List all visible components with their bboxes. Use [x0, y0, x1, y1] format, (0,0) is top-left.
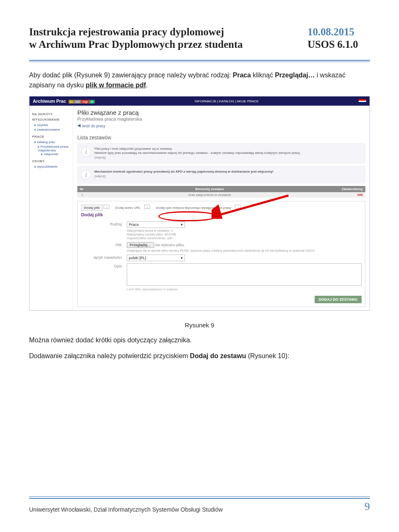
- page-subtitle: Przykładowa praca magisterska: [77, 116, 365, 121]
- info-box-grouping: i Pliki pracy i inne załączniki grupowan…: [77, 143, 365, 163]
- sidebar-group-works: PRACE: [32, 135, 70, 139]
- figure-caption: Rysunek 9: [29, 322, 370, 329]
- sidebar-item-advanced-search[interactable]: ▸ zaawansowane: [32, 128, 70, 131]
- sets-table: Nr Elementy zestawu Zatwierdzony 1 brak …: [77, 186, 365, 198]
- screenshot-figure: Archiwum Prac licinżmgrdr INFORMACJE | K…: [29, 96, 370, 311]
- sidebar-heading-shortcuts: NA SKRÓTY: [32, 112, 70, 116]
- th-nr: Nr: [77, 186, 87, 192]
- type-select[interactable]: Praca▾: [127, 221, 185, 228]
- main-content: Pliki związane z pracą Przykładowa praca…: [73, 106, 369, 310]
- info-more-link[interactable]: (więcej): [94, 156, 106, 159]
- back-link[interactable]: ⯇ wróć do pracy: [77, 124, 106, 128]
- tab-add-url[interactable]: Dodaj adres URL: [112, 205, 143, 211]
- page-number: 9: [365, 500, 370, 513]
- help-icon[interactable]: i: [235, 205, 241, 209]
- chevron-down-icon: ▾: [181, 223, 183, 227]
- doc-title-line1: Instrukcja rejestrowania pracy dyplomowe…: [29, 26, 300, 38]
- char-limit: Limit 300, wprowadzono 0 znaków: [127, 287, 362, 291]
- sidebar-item-catalog[interactable]: ▸ katalog prac: [32, 140, 70, 144]
- chevron-down-icon: ▾: [181, 256, 183, 260]
- sidebar-item-people-search[interactable]: ▸ wyszukiwanie: [32, 165, 70, 168]
- label-language: Język zawartości:: [81, 255, 127, 260]
- description-textarea[interactable]: [127, 263, 362, 286]
- browse-button[interactable]: Przeglądaj…: [127, 242, 154, 248]
- file-status: nie wybrano pliku.: [155, 243, 185, 247]
- table-row: 1 brak załączników w zestawie NIE: [77, 192, 365, 198]
- add-panel-title: Dodaj plik: [81, 212, 362, 217]
- add-tabs: Dodaj pliki Dodaj adres URLi Dodaj opis …: [81, 205, 362, 210]
- help-icon[interactable]: i: [144, 205, 150, 209]
- tab-add-file[interactable]: Dodaj plik: [81, 205, 103, 211]
- help-icon[interactable]: i: [103, 205, 109, 209]
- label-file: Plik:: [81, 242, 127, 247]
- doc-version: USOS 6.1.0: [308, 38, 370, 51]
- doc-title-line2: w Archiwum Prac Dyplomowych przez studen…: [29, 38, 300, 51]
- page-title: Pliki związane z pracą: [77, 109, 365, 116]
- app-logo: Archiwum Prac licinżmgrdr: [33, 99, 95, 104]
- header-divider: [29, 60, 370, 62]
- label-description: Opis:: [81, 263, 127, 268]
- sidebar-item-sample-work[interactable]: ▸ Przykładowa praca: [38, 145, 70, 148]
- info-more-link[interactable]: (więcej): [94, 174, 106, 178]
- footer-text: Uniwersytet Wrocławski, Dział Informatyc…: [29, 506, 223, 513]
- instruction-paragraph-2: Można również dodać krótki opis dotycząc…: [29, 335, 370, 345]
- file-hint: Znajdujące się w nazwie pliku numery PES…: [127, 249, 362, 252]
- add-panel: Dodaj pliki Dodaj adres URLi Dodaj opis …: [77, 201, 365, 307]
- instruction-paragraph-3: Dodawanie załącznika należy potwierdzić …: [29, 351, 370, 361]
- add-to-set-button[interactable]: DODAJ DO ZESTAWU: [315, 296, 362, 303]
- sidebar-item-sample-work-2[interactable]: magisterska: [38, 148, 70, 152]
- info-box-verification: i Mechanizm kontroli zgodności pracy prz…: [77, 166, 365, 183]
- language-select[interactable]: polski [PL]▾: [127, 255, 185, 261]
- tab-add-location[interactable]: Dodaj opis miejsca fizycznego występowan…: [153, 205, 234, 211]
- info-icon: i: [81, 147, 91, 157]
- doc-date: 10.08.2015: [308, 26, 370, 38]
- sidebar: NA SKRÓTY WYSZUKIWANIE ▸ szybkie ▸ zaawa…: [30, 106, 73, 310]
- language-flag-icon[interactable]: [359, 99, 366, 104]
- type-hint: Maksymalna liczba w zestawie: 1 Maksymal…: [127, 229, 362, 240]
- sidebar-item-fast-search[interactable]: ▸ szybkie: [32, 123, 70, 127]
- top-nav[interactable]: INFORMACJE | KATALOG | MOJE PRACE: [195, 99, 259, 103]
- info-icon: i: [81, 170, 91, 180]
- sidebar-item-attachments[interactable]: ▸ załączniki: [41, 152, 70, 156]
- instruction-paragraph-1: Aby dodać plik (Rysunek 9) zawierający p…: [29, 70, 370, 90]
- th-elements: Elementy zestawu: [87, 186, 332, 192]
- label-type: Rodzaj:: [81, 221, 127, 226]
- section-heading-sets: Lista zestawów: [77, 135, 365, 141]
- th-approved: Zatwierdzony: [332, 186, 365, 192]
- sidebar-group-people: OSOBY: [32, 159, 70, 163]
- sidebar-group-search: WYSZUKIWANIE: [32, 118, 70, 121]
